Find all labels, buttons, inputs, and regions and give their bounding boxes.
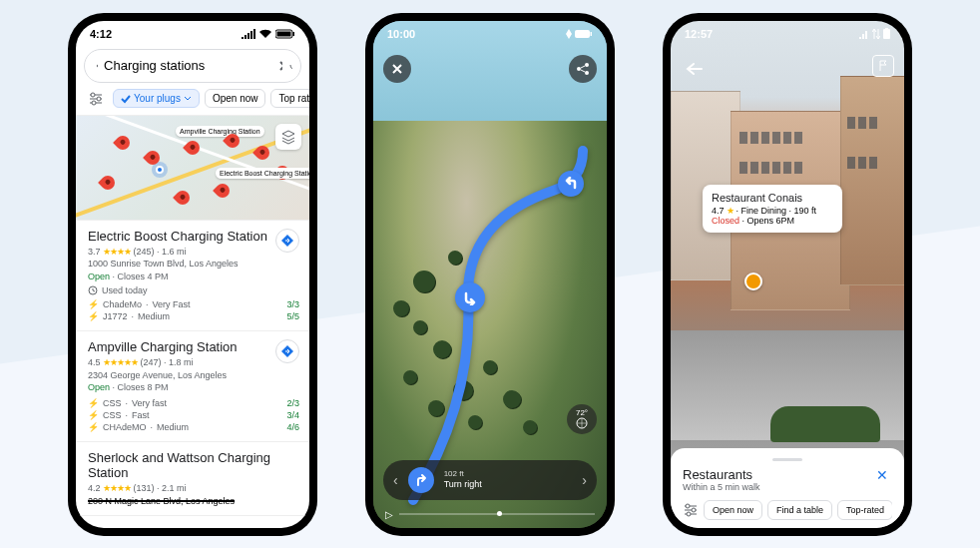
svg-rect-14 (883, 29, 890, 39)
battery-icon (883, 28, 890, 39)
nav-instruction-bar[interactable]: ‹ 102 ft Turn right › (383, 460, 597, 500)
close-button[interactable] (383, 55, 411, 83)
svg-point-10 (585, 63, 589, 67)
filter-chip-row: Your plugs Open now Top rated (76, 89, 309, 115)
map-pin[interactable] (98, 173, 118, 193)
result-address: 200 N Magic Lane Blvd, Los Angeles (88, 495, 299, 508)
map-pin[interactable] (113, 133, 133, 153)
mic-icon[interactable] (288, 57, 292, 75)
sheet-close-button[interactable]: ✕ (872, 467, 892, 483)
directions-button[interactable] (275, 229, 299, 253)
turn-right-icon (408, 467, 434, 493)
map-pin[interactable] (173, 188, 193, 208)
back-arrow-icon (686, 62, 704, 76)
progress-track[interactable] (399, 513, 595, 515)
svg-point-4 (91, 93, 95, 97)
result-title: Electric Boost Charging Station (88, 229, 299, 244)
svg-rect-8 (575, 30, 590, 38)
map-canvas[interactable]: Ampville Charging Station Electric Boost… (76, 115, 309, 221)
plug-row: ⚡CSS · Fast 3/4 (88, 409, 299, 421)
poi-info-card[interactable]: Restaurant Conais 4.7 ★ · Fine Dining · … (703, 185, 842, 233)
drag-handle[interactable] (772, 458, 802, 461)
status-time: 12:57 (685, 28, 713, 40)
flag-icon (878, 60, 888, 72)
flag-button[interactable] (872, 55, 894, 77)
svg-point-6 (92, 101, 96, 105)
poi-pin-icon[interactable] (744, 273, 762, 290)
result-item[interactable]: Electric Boost Charging Station 3.7 ★★★★… (76, 221, 309, 332)
chip-top-rated[interactable]: Top-rated (837, 500, 892, 520)
search-input[interactable] (104, 58, 271, 73)
progress-handle[interactable] (497, 511, 502, 516)
plug-row: ⚡CHAdeMO · Medium 4/6 (88, 421, 299, 433)
signal-icon (566, 29, 572, 39)
turn-arrow-icon (558, 171, 584, 197)
compass-button[interactable]: 72° (567, 404, 597, 434)
bolt-icon: ⚡ (88, 299, 99, 309)
chevron-left-icon[interactable]: ‹ (393, 472, 398, 488)
back-button[interactable] (681, 55, 709, 83)
plug-row: ⚡CSS · Very fast 2/3 (88, 397, 299, 409)
map-pin[interactable] (143, 148, 163, 168)
chip-open-now[interactable]: Open now (205, 89, 266, 108)
back-icon[interactable] (93, 58, 98, 74)
turn-arrow-icon (455, 282, 485, 312)
search-bar[interactable] (84, 49, 301, 83)
sheet-title: Restaurants (683, 467, 760, 482)
share-button[interactable] (569, 55, 597, 83)
clock-icon (88, 285, 98, 295)
poi-name: Restaurant Conais (712, 192, 833, 204)
check-icon (121, 94, 131, 104)
mobile-data-icon (872, 29, 880, 39)
chip-your-plugs[interactable]: Your plugs (113, 89, 200, 108)
results-list[interactable]: Electric Boost Charging Station 3.7 ★★★★… (76, 221, 309, 528)
result-item[interactable]: Sherlock and Wattson Charging Station 4.… (76, 442, 309, 516)
layers-button[interactable] (275, 124, 301, 150)
result-item[interactable]: Ampville Charging Station 4.5 ★★★★★ (247… (76, 331, 309, 442)
bush (770, 406, 880, 442)
bottom-sheet[interactable]: Restaurants Within a 5 min walk ✕ Open n… (671, 448, 904, 528)
battery-icon (575, 29, 593, 39)
result-title: Sherlock and Wattson Charging Station (88, 450, 299, 480)
instruction-text: 102 ft Turn right (444, 469, 573, 489)
status-bar: 4:12 (76, 21, 309, 47)
svg-point-17 (692, 508, 696, 512)
chevron-right-icon[interactable]: › (582, 472, 587, 488)
phone-ar-lens: 12:57 Restaurant Conais 4.7 ★ · Fine Din… (663, 13, 912, 536)
share-icon (576, 62, 590, 76)
chip-top-rated[interactable]: Top rated (270, 89, 309, 108)
phone-maps-search: 4:12 Your plugs Open now Top rated (68, 13, 317, 536)
map-pin-label[interactable]: Ampville Charging Station (176, 126, 264, 137)
chevron-down-icon (184, 96, 192, 102)
signal-icon (859, 29, 869, 39)
map-pin[interactable] (213, 181, 233, 201)
svg-point-11 (577, 67, 581, 71)
sheet-subtitle: Within a 5 min walk (683, 482, 760, 492)
map-pin[interactable] (183, 138, 203, 158)
status-icons (242, 29, 295, 39)
chip-find-table[interactable]: Find a table (767, 500, 832, 520)
status-time: 4:12 (90, 28, 112, 40)
tune-icon[interactable] (84, 89, 108, 109)
route-path (373, 21, 607, 528)
result-title: Ampville Charging Station (88, 339, 299, 354)
directions-icon (280, 234, 294, 248)
battery-icon (275, 29, 295, 39)
plug-row: ⚡ChadeMo · Very Fast 3/3 (88, 298, 299, 310)
play-button[interactable]: ▷ (385, 509, 393, 520)
compass-icon (576, 417, 588, 429)
svg-rect-9 (591, 32, 593, 36)
svg-rect-15 (885, 28, 888, 29)
bolt-icon: ⚡ (88, 398, 99, 408)
plug-row: ⚡J1772 · Medium 5/5 (88, 310, 299, 322)
tune-icon[interactable] (683, 503, 699, 517)
close-icon (391, 63, 403, 75)
building-facade (840, 76, 904, 285)
current-location-dot (156, 166, 164, 174)
map-pin-label[interactable]: Electric Boost Charging Station (216, 168, 309, 179)
svg-point-5 (97, 97, 101, 101)
chip-open-now[interactable]: Open now (704, 500, 762, 520)
clear-icon[interactable] (277, 59, 281, 73)
svg-point-18 (687, 512, 691, 516)
signal-icon (242, 29, 255, 39)
